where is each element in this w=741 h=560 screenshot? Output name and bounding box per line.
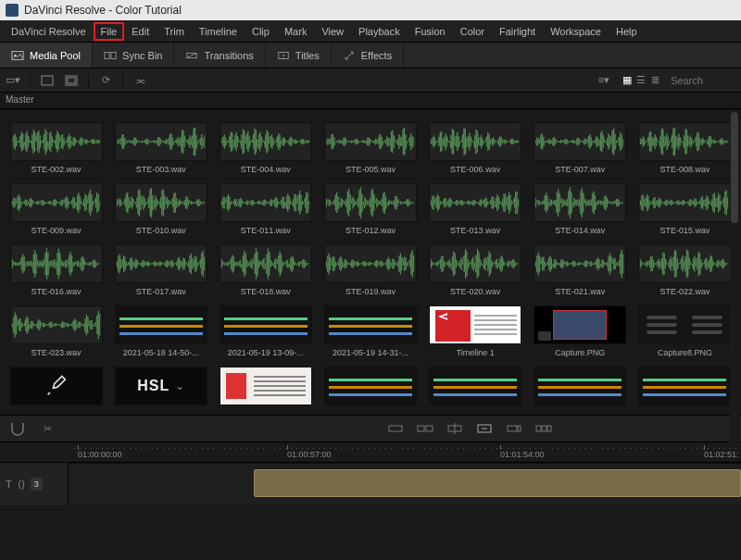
clip-thumbnail[interactable] — [429, 367, 521, 405]
breadcrumb-item[interactable]: Master — [6, 94, 34, 105]
replace-clip-icon[interactable] — [446, 420, 463, 437]
search-input[interactable] — [671, 75, 735, 86]
clip-thumbnail[interactable] — [638, 244, 731, 283]
scrollbar[interactable] — [730, 111, 739, 444]
clip-thumbnail[interactable] — [220, 244, 312, 283]
magnet-icon[interactable] — [9, 420, 26, 437]
menu-playback[interactable]: Playback — [351, 22, 408, 41]
import-folder-icon[interactable] — [64, 73, 79, 88]
tab-media-pool[interactable]: Media Pool — [0, 43, 93, 68]
menu-file[interactable]: File — [94, 22, 125, 41]
media-clip[interactable]: STE-016.wav — [9, 244, 103, 296]
media-clip[interactable]: STE-009.wav — [9, 183, 103, 235]
tab-sync-bin[interactable]: Sync Bin — [93, 43, 174, 68]
clip-thumbnail[interactable] — [115, 183, 207, 222]
thumbnail-view-icon[interactable]: ▦ — [621, 74, 634, 87]
media-clip[interactable]: 2021-05-19 14-31-... — [323, 305, 417, 357]
scissors-icon[interactable]: ✂ — [39, 420, 56, 437]
clip-thumbnail[interactable] — [534, 367, 626, 405]
media-clip[interactable]: STE-007.wav — [534, 122, 627, 174]
clip-thumbnail[interactable] — [10, 183, 103, 222]
clip-thumbnail[interactable] — [10, 122, 103, 161]
media-clip[interactable]: Capture.PNG — [534, 305, 627, 357]
tab-effects[interactable]: Effects — [332, 43, 404, 68]
media-clip[interactable]: STE-023.wav — [9, 305, 103, 357]
insert-clip-icon[interactable] — [387, 420, 404, 437]
timeline-ruler[interactable]: 01:00:00:0001:00:57:0001:01:54:0001:02:5… — [0, 442, 741, 463]
text-tool-icon[interactable]: T — [6, 479, 12, 490]
list-view-icon[interactable]: ≣ — [648, 74, 661, 87]
media-clip[interactable]: STE-019.wav — [323, 244, 417, 296]
clip-thumbnail[interactable] — [638, 305, 731, 344]
track-header[interactable]: T ⟨⟩ 3 — [0, 463, 69, 505]
menu-view[interactable]: View — [314, 22, 351, 41]
clip-thumbnail[interactable] — [324, 305, 417, 344]
clip-thumbnail[interactable] — [115, 305, 207, 344]
menu-mark[interactable]: Mark — [277, 22, 314, 41]
media-clip[interactable] — [638, 367, 732, 409]
clip-thumbnail[interactable] — [324, 122, 417, 161]
media-clip[interactable]: Timeline 1 — [429, 305, 522, 357]
tab-titles[interactable]: TTitles — [266, 43, 332, 68]
media-clip[interactable]: STE-003.wav — [114, 122, 207, 174]
timeline-clip[interactable] — [254, 469, 741, 497]
media-clip[interactable]: STE-012.wav — [323, 183, 417, 235]
media-clip[interactable]: STE-002.wav — [9, 122, 103, 174]
media-clip[interactable]: STE-018.wav — [219, 244, 312, 296]
media-clip[interactable]: STE-008.wav — [638, 122, 732, 174]
media-clip[interactable]: HSL⌄ — [114, 367, 207, 409]
clip-thumbnail[interactable] — [324, 183, 417, 222]
menu-trim[interactable]: Trim — [157, 22, 192, 41]
clip-thumbnail[interactable] — [220, 122, 312, 161]
menu-color[interactable]: Color — [453, 22, 492, 41]
append-clip-icon[interactable] — [506, 420, 522, 437]
media-clip[interactable]: STE-004.wav — [219, 122, 312, 174]
media-clip[interactable] — [429, 367, 522, 409]
menu-timeline[interactable]: Timeline — [192, 22, 245, 41]
marker-tool-icon[interactable]: ⟨⟩ — [18, 479, 25, 491]
media-clip[interactable]: STE-006.wav — [429, 122, 522, 174]
clip-thumbnail[interactable] — [220, 367, 312, 405]
link-icon[interactable]: ⫘ — [132, 73, 147, 88]
menu-fairlight[interactable]: Fairlight — [492, 22, 543, 41]
track-lane[interactable] — [69, 463, 741, 505]
menu-davinci-resolve[interactable]: DaVinci Resolve — [4, 22, 94, 41]
media-clip[interactable] — [9, 367, 103, 409]
clip-thumbnail[interactable] — [429, 183, 521, 222]
media-clip[interactable]: Capture8.PNG — [638, 305, 732, 357]
media-clip[interactable]: STE-015.wav — [638, 183, 732, 235]
clip-thumbnail[interactable] — [115, 244, 207, 283]
clip-thumbnail[interactable] — [638, 122, 731, 161]
clip-thumbnail[interactable] — [220, 183, 312, 222]
clip-thumbnail[interactable] — [10, 367, 103, 405]
breadcrumb[interactable]: Master — [0, 93, 741, 109]
menu-workspace[interactable]: Workspace — [543, 22, 609, 41]
clip-thumbnail[interactable] — [429, 305, 521, 344]
media-clip[interactable]: STE-013.wav — [429, 183, 522, 235]
clip-thumbnail[interactable] — [534, 122, 626, 161]
menu-clip[interactable]: Clip — [245, 22, 277, 41]
media-clip[interactable]: STE-021.wav — [534, 244, 627, 296]
clip-thumbnail[interactable] — [324, 367, 417, 405]
overwrite-clip-icon[interactable] — [417, 420, 433, 437]
strip-view-icon[interactable]: ☰ — [634, 74, 647, 87]
clip-thumbnail[interactable] — [10, 244, 103, 283]
fit-clip-icon[interactable] — [476, 420, 493, 437]
clip-thumbnail[interactable] — [324, 244, 417, 283]
media-clip[interactable] — [534, 367, 627, 409]
media-clip[interactable]: STE-014.wav — [534, 183, 627, 235]
clip-thumbnail[interactable] — [534, 183, 626, 222]
list-dropdown-icon[interactable]: ▭▾ — [6, 73, 20, 88]
media-clip[interactable] — [323, 367, 417, 409]
clip-thumbnail[interactable] — [429, 122, 521, 161]
tab-transitions[interactable]: Transitions — [174, 43, 265, 68]
media-clip[interactable]: STE-022.wav — [638, 244, 732, 296]
ripple-clip-icon[interactable] — [535, 420, 552, 437]
media-clip[interactable] — [219, 367, 312, 409]
clip-thumbnail[interactable] — [638, 367, 731, 405]
refresh-icon[interactable]: ⟳ — [98, 73, 113, 88]
media-clip[interactable]: 2021-05-19 13-09-... — [219, 305, 312, 357]
clip-thumbnail[interactable] — [638, 183, 731, 222]
menu-help[interactable]: Help — [609, 22, 645, 41]
clip-thumbnail[interactable] — [220, 305, 312, 344]
